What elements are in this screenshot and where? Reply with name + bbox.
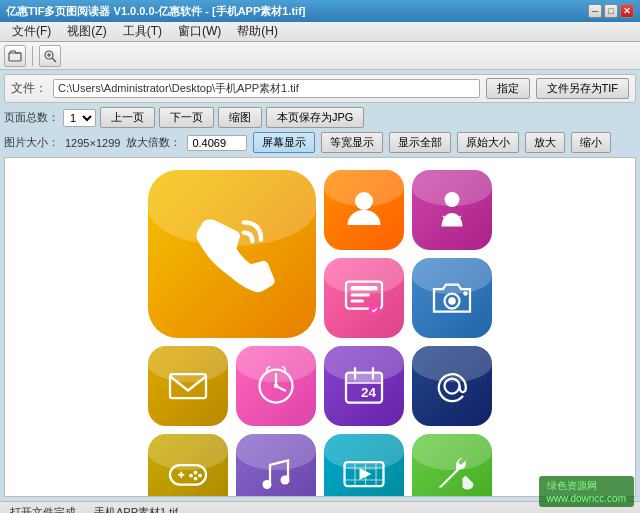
toolbar-open[interactable]: [4, 45, 26, 67]
icons-grid: 24: [136, 158, 504, 497]
gamepad-yellow-icon-tile: [148, 434, 228, 497]
content-area: 文件： C:\Users\Administrator\Desktop\手机APP…: [0, 70, 640, 501]
fit-width-button[interactable]: 等宽显示: [321, 132, 383, 153]
menu-file[interactable]: 文件(F): [4, 21, 59, 42]
svg-point-32: [189, 474, 193, 478]
svg-point-36: [281, 476, 290, 485]
image-canvas: 24: [4, 157, 636, 497]
watermark-url: www.downcc.com: [547, 493, 626, 504]
at-dark-icon-tile: [412, 346, 492, 426]
minimize-button[interactable]: ─: [588, 4, 602, 18]
svg-text:24: 24: [361, 385, 377, 400]
mail-yellow-icon-tile: [148, 346, 228, 426]
svg-rect-9: [351, 294, 371, 297]
svg-rect-0: [9, 53, 21, 61]
confirm-button[interactable]: 指定: [486, 78, 530, 99]
phone-icon-tile: [148, 170, 316, 338]
main-window: 亿惠TIF多页图阅读器 V1.0.0.0-亿惠软件 - [手机APP素材1.ti…: [0, 0, 640, 513]
status-open-done[interactable]: 打开文件完成: [6, 503, 80, 513]
svg-point-33: [194, 477, 198, 481]
toolbar-zoom-in[interactable]: [39, 45, 61, 67]
person-pink-icon-tile: [412, 170, 492, 250]
menu-view[interactable]: 视图(Z): [59, 21, 114, 42]
status-filename[interactable]: 手机APP素材1.tif: [90, 503, 182, 513]
svg-point-31: [198, 474, 202, 478]
svg-point-13: [448, 297, 456, 305]
info-row: 图片大小： 1295×1299 放大倍数： 0.4069 屏幕显示 等宽显示 显…: [4, 132, 636, 153]
next-page-button[interactable]: 下一页: [159, 107, 214, 128]
music-purple-icon-tile: [236, 434, 316, 497]
page-total-label: 页面总数：: [4, 110, 59, 125]
orig-size-button[interactable]: 原始大小: [457, 132, 519, 153]
watermark: 绿色资源网 www.downcc.com: [539, 476, 634, 507]
settings-pink-icon-tile: [324, 258, 404, 338]
video-teal-icon-tile: [324, 434, 404, 497]
svg-rect-8: [351, 286, 378, 291]
nav-row: 页面总数： 1 上一页 下一页 缩图 本页保存为JPG: [4, 107, 636, 128]
svg-point-19: [274, 384, 279, 389]
svg-point-14: [463, 291, 468, 296]
save-jpg-button[interactable]: 本页保存为JPG: [266, 107, 364, 128]
maximize-button[interactable]: □: [604, 4, 618, 18]
menu-bar: 文件(F) 视图(Z) 工具(T) 窗口(W) 帮助(H): [0, 22, 640, 42]
person-orange-icon-tile: [324, 170, 404, 250]
file-label: 文件：: [11, 80, 47, 97]
prev-page-button[interactable]: 上一页: [100, 107, 155, 128]
zoom-out-button[interactable]: 缩小: [571, 132, 611, 153]
thumbnail-button[interactable]: 缩图: [218, 107, 262, 128]
svg-rect-10: [351, 300, 365, 303]
zoom-in-button[interactable]: 放大: [525, 132, 565, 153]
svg-point-26: [445, 379, 460, 394]
menu-window[interactable]: 窗口(W): [170, 21, 229, 42]
svg-point-5: [355, 192, 373, 210]
tools-green-icon-tile: [412, 434, 492, 497]
svg-rect-15: [170, 374, 206, 398]
toolbar-separator: [32, 46, 33, 66]
title-bar-controls: ─ □ ✕: [588, 4, 634, 18]
svg-point-35: [263, 480, 272, 489]
file-path[interactable]: C:\Users\Administrator\Desktop\手机APP素材1.…: [53, 79, 480, 98]
title-bar: 亿惠TIF多页图阅读器 V1.0.0.0-亿惠软件 - [手机APP素材1.ti…: [0, 0, 640, 22]
zoom-value[interactable]: 0.4069: [187, 135, 247, 151]
clock-pink-icon-tile: [236, 346, 316, 426]
watermark-site-name: 绿色资源网: [547, 479, 626, 493]
size-value: 1295×1299: [65, 137, 120, 149]
menu-help[interactable]: 帮助(H): [229, 21, 286, 42]
svg-rect-21: [346, 373, 382, 384]
file-row: 文件： C:\Users\Administrator\Desktop\手机APP…: [4, 74, 636, 103]
zoom-label: 放大倍数：: [126, 135, 181, 150]
svg-point-6: [445, 192, 460, 207]
toolbar: [0, 42, 640, 70]
save-tif-button[interactable]: 文件另存为TIF: [536, 78, 630, 99]
size-label: 图片大小：: [4, 135, 59, 150]
window-title: 亿惠TIF多页图阅读器 V1.0.0.0-亿惠软件 - [手机APP素材1.ti…: [6, 4, 305, 19]
svg-point-30: [194, 471, 198, 475]
camera-blue-icon-tile: [412, 258, 492, 338]
page-select[interactable]: 1: [63, 109, 96, 127]
close-button[interactable]: ✕: [620, 4, 634, 18]
fit-window-button[interactable]: 屏幕显示: [253, 132, 315, 153]
svg-line-34: [270, 461, 288, 466]
show-all-button[interactable]: 显示全部: [389, 132, 451, 153]
menu-tools[interactable]: 工具(T): [115, 21, 170, 42]
calendar-purple-icon-tile: 24: [324, 346, 404, 426]
svg-line-2: [52, 58, 56, 62]
